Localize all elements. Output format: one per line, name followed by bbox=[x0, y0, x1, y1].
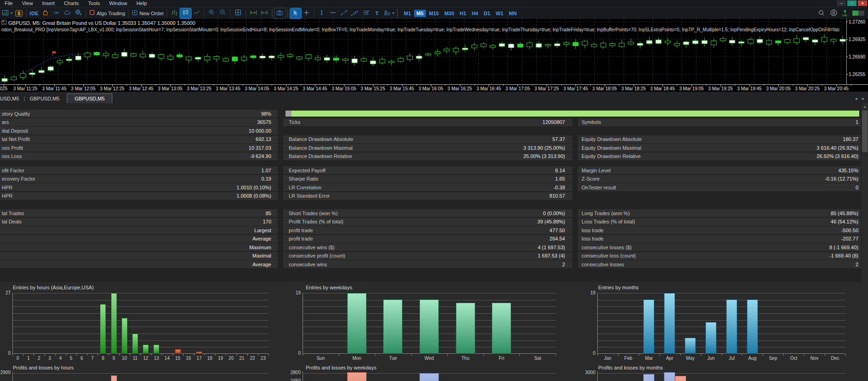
x-axis-label: 22 bbox=[250, 356, 255, 361]
tab-scroll-left-icon[interactable]: ◄ bbox=[854, 97, 858, 101]
timeframe-button-m5[interactable]: M5 bbox=[414, 10, 425, 17]
pnl-by-hours-chart: Profits and losses by hours2900 bbox=[0, 364, 285, 381]
x-axis-tick bbox=[76, 354, 77, 356]
report-cell-label: Balance Drawdown Relative bbox=[289, 153, 352, 159]
algo-trading-button[interactable]: Algo Trading bbox=[88, 8, 126, 18]
chart-tab-2[interactable]: GBPUSD,M5 bbox=[67, 94, 112, 103]
minimize-button[interactable]: ─ bbox=[837, 0, 846, 6]
horizontal-line-tool-button[interactable] bbox=[327, 8, 338, 18]
account-icon[interactable] bbox=[830, 9, 838, 18]
maximize-button[interactable]: □ bbox=[847, 0, 856, 6]
timeframe-button-h4[interactable]: H4 bbox=[469, 10, 480, 17]
report-cell: tal Deals170 bbox=[0, 218, 278, 226]
timeframe-button-m30[interactable]: M30 bbox=[442, 10, 456, 17]
screenshot-button[interactable] bbox=[274, 8, 285, 18]
time-label: 3 Mar 20:05 bbox=[766, 86, 791, 91]
chart-tab-1[interactable]: GBPUSD,M5 bbox=[25, 94, 64, 103]
timeframe-button-m15[interactable]: M15 bbox=[427, 10, 441, 17]
menu-item-insert[interactable]: Insert bbox=[37, 0, 59, 7]
new-order-button[interactable]: New Order bbox=[130, 8, 165, 18]
tile-windows-button[interactable] bbox=[233, 8, 244, 18]
shift-chart-left-button[interactable] bbox=[259, 8, 270, 18]
bar-Tue bbox=[383, 299, 402, 354]
x-axis-label: Feb bbox=[624, 356, 632, 361]
report-cell-label: ecovery Factor bbox=[2, 176, 35, 182]
vps-button[interactable] bbox=[73, 8, 84, 18]
report-row: itial Deposit10 000.00 bbox=[0, 127, 868, 135]
text-tool-button[interactable]: T bbox=[372, 8, 383, 18]
x-axis-label: 20 bbox=[228, 356, 233, 361]
line-chart-type-button[interactable] bbox=[191, 8, 202, 18]
x-axis-tick bbox=[140, 354, 141, 356]
market-button[interactable] bbox=[40, 8, 51, 18]
cloud-button[interactable] bbox=[62, 8, 73, 18]
fibonacci-tool-button[interactable] bbox=[361, 8, 372, 18]
vertical-line-tool-button[interactable] bbox=[316, 8, 327, 18]
candles-arrow-right-icon bbox=[249, 9, 257, 18]
scrollbar-thumb[interactable] bbox=[862, 111, 868, 152]
report-cell-label: itial Deposit bbox=[2, 128, 28, 134]
report-cell-label: Balance Drawdown Maximal bbox=[289, 145, 353, 151]
bar-chart-type-button[interactable] bbox=[169, 8, 180, 18]
x-axis-label: 21 bbox=[239, 356, 245, 361]
pnl-bar-Mar bbox=[643, 374, 654, 381]
tab-scroll-right-icon[interactable]: ► bbox=[862, 97, 865, 101]
scroll-up-icon[interactable]: ▲ bbox=[862, 103, 868, 110]
menu-item-charts[interactable]: Charts bbox=[59, 0, 83, 7]
trendline-tool-button[interactable] bbox=[338, 8, 350, 18]
timeframe-group: M1M5M15M30H1H4D1W1MN bbox=[402, 10, 519, 17]
channel-tool-button[interactable] bbox=[350, 8, 361, 18]
report-cell: consecutive losses2 bbox=[578, 260, 861, 268]
close-button[interactable]: ✕ bbox=[858, 0, 867, 6]
connection-status-indicator bbox=[852, 11, 864, 16]
timeframe-button-h1[interactable]: H1 bbox=[457, 10, 468, 17]
x-axis-tick bbox=[183, 354, 184, 356]
x-axis-label: 19 bbox=[218, 356, 223, 361]
time-axis[interactable]: 0253 Mar 11:253 Mar 11:453 Mar 12:053 Ma… bbox=[0, 84, 868, 92]
price-label: 1.26925 bbox=[849, 37, 865, 42]
signals-button[interactable] bbox=[51, 8, 62, 18]
x-axis-tick bbox=[34, 354, 34, 356]
timeframe-button-d1[interactable]: D1 bbox=[481, 10, 492, 17]
x-axis-label: Mar bbox=[645, 356, 653, 361]
x-axis-label: Sat bbox=[534, 356, 541, 361]
cursor-tool-button[interactable] bbox=[290, 8, 301, 18]
chart-profile-button[interactable]: ▾ bbox=[1, 8, 13, 18]
menu-item-file[interactable]: File bbox=[0, 0, 17, 7]
timeframe-button-m1[interactable]: M1 bbox=[402, 10, 413, 17]
report-cell-value: 12050807 bbox=[542, 119, 565, 125]
shapes-tool-button[interactable]: ▾ bbox=[383, 8, 395, 18]
timeframe-button-w1[interactable]: W1 bbox=[494, 10, 506, 17]
bar-9 bbox=[111, 293, 117, 354]
report-cell-value: 85 bbox=[266, 211, 271, 216]
zoom-in-button[interactable] bbox=[206, 8, 217, 18]
level-up-icon[interactable]: LVL bbox=[842, 10, 848, 17]
menu-item-tools[interactable]: Tools bbox=[83, 0, 105, 7]
report-cell-value: 1.0008 (0.08%) bbox=[237, 193, 271, 199]
price-chart[interactable]: GBPUSD, M5: Great Britain Pound vs US Do… bbox=[0, 19, 868, 92]
market-watch-button[interactable]: $ bbox=[13, 8, 24, 18]
x-axis-tick bbox=[119, 354, 120, 356]
ide-button[interactable]: IDE bbox=[29, 8, 40, 18]
timeframe-button-mn[interactable]: MN bbox=[507, 10, 519, 17]
crosshair-tool-button[interactable] bbox=[301, 8, 312, 18]
menu-item-window[interactable]: Window bbox=[105, 0, 132, 7]
chart-tab-0[interactable]: USD,M5 bbox=[0, 94, 24, 103]
search-icon[interactable] bbox=[818, 9, 825, 18]
x-axis-tick bbox=[618, 354, 618, 356]
x-axis-tick bbox=[783, 354, 784, 356]
report-cell: consecutive loss (count)-1 669.40 (8) bbox=[578, 252, 861, 260]
report-cell: tal Net Profit692.13 bbox=[0, 135, 278, 143]
time-axis-minor-tick bbox=[214, 85, 214, 86]
menu-item-view[interactable]: View bbox=[17, 0, 38, 7]
time-label: 3 Mar 13:25 bbox=[187, 86, 211, 91]
report-cell-label: consecutive loss (count) bbox=[582, 253, 636, 258]
price-scale[interactable]: 1.272601.269251.265901.26255 bbox=[846, 19, 868, 84]
menu-item-help[interactable]: Help bbox=[132, 0, 151, 7]
zoom-out-button[interactable] bbox=[217, 8, 228, 18]
report-cell-value: 2 bbox=[562, 262, 565, 267]
shift-chart-right-button[interactable] bbox=[248, 8, 259, 18]
x-axis-label: 3 bbox=[48, 356, 51, 361]
candle-chart-type-button[interactable] bbox=[180, 8, 191, 18]
x-axis-tick bbox=[701, 354, 701, 356]
